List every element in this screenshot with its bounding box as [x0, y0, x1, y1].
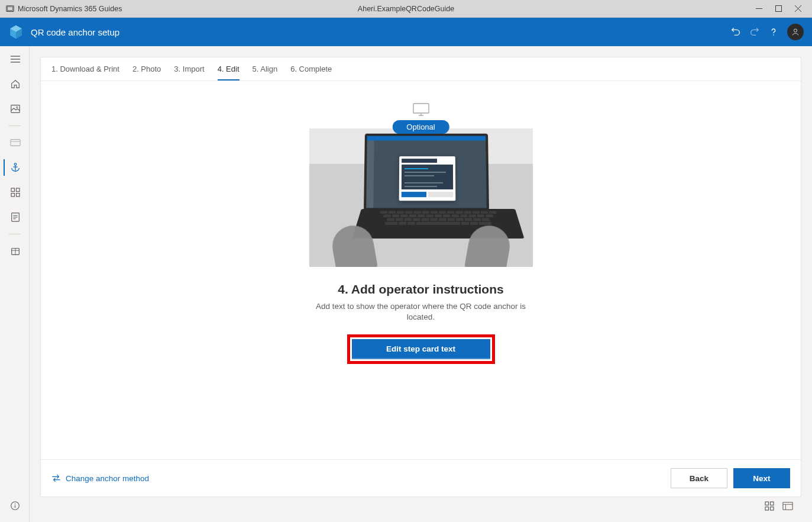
- optional-badge: Optional: [392, 120, 449, 134]
- svg-rect-30: [413, 104, 429, 113]
- tab-import[interactable]: 3. Import: [174, 65, 204, 80]
- maximize-button[interactable]: [775, 5, 782, 12]
- svg-point-15: [14, 163, 17, 166]
- app-name: Microsoft Dynamics 365 Guides: [18, 5, 122, 13]
- svg-rect-3: [776, 6, 782, 12]
- document-title: Aheri.ExampleQRCodeGuide: [358, 5, 454, 13]
- svg-rect-37: [783, 502, 792, 510]
- svg-rect-35: [765, 507, 769, 511]
- wizard-tabs: 1. Download & Print 2. Photo 3. Import 4…: [41, 57, 801, 81]
- swap-icon: [51, 474, 61, 482]
- change-anchor-label: Change anchor method: [66, 474, 149, 483]
- sidebar-info-button[interactable]: [4, 497, 26, 514]
- tab-align[interactable]: 5. Align: [253, 65, 278, 80]
- tab-complete[interactable]: 6. Complete: [290, 65, 332, 80]
- undo-button[interactable]: [730, 27, 741, 37]
- sidebar-item-task[interactable]: [4, 209, 26, 225]
- app-icon: [6, 5, 14, 13]
- redo-button[interactable]: [749, 27, 760, 37]
- view-list-button[interactable]: [782, 501, 793, 511]
- sidebar-divider: [9, 125, 21, 126]
- sidebar-item-media[interactable]: [4, 101, 26, 117]
- sidebar-item-grid[interactable]: [4, 184, 26, 201]
- svg-point-28: [15, 503, 16, 504]
- sidebar-item-package[interactable]: [4, 243, 26, 259]
- edit-step-card-button[interactable]: Edit step card text: [352, 339, 490, 359]
- help-button[interactable]: [768, 27, 779, 37]
- step-description: Add text to show the operator where the …: [315, 301, 528, 323]
- svg-rect-21: [16, 194, 20, 197]
- sidebar-collapse-button[interactable]: [4, 51, 26, 67]
- next-button[interactable]: Next: [733, 468, 790, 488]
- sidebar: [0, 46, 30, 522]
- svg-rect-13: [10, 140, 20, 146]
- step-illustration: [309, 128, 533, 267]
- svg-rect-34: [771, 502, 774, 505]
- view-grid-button[interactable]: [765, 501, 774, 511]
- svg-point-12: [16, 107, 17, 108]
- wizard-card: 1. Download & Print 2. Photo 3. Import 4…: [40, 57, 801, 497]
- tab-edit[interactable]: 4. Edit: [218, 65, 240, 80]
- change-anchor-method-link[interactable]: Change anchor method: [51, 474, 149, 483]
- svg-rect-19: [16, 188, 20, 192]
- account-button[interactable]: [787, 24, 804, 40]
- app-logo-icon: [8, 24, 24, 40]
- tab-download-print[interactable]: 1. Download & Print: [51, 65, 119, 80]
- step-title: 4. Add operator instructions: [338, 282, 503, 297]
- minimize-button[interactable]: [756, 5, 762, 12]
- window-title-bar: Microsoft Dynamics 365 Guides Aheri.Exam…: [0, 0, 812, 18]
- svg-rect-1: [8, 7, 13, 10]
- sidebar-item-card[interactable]: [4, 134, 26, 151]
- highlight-box: Edit step card text: [347, 334, 495, 364]
- sidebar-item-home[interactable]: [4, 76, 26, 92]
- svg-point-7: [794, 29, 797, 32]
- app-header: QR code anchor setup: [0, 18, 812, 46]
- sidebar-item-anchor[interactable]: [4, 159, 26, 176]
- status-bar: [40, 497, 801, 515]
- sidebar-divider: [9, 234, 21, 234]
- svg-rect-36: [771, 507, 774, 511]
- back-button[interactable]: Back: [671, 468, 727, 488]
- monitor-icon: [412, 102, 430, 118]
- tab-photo[interactable]: 2. Photo: [132, 65, 161, 80]
- svg-point-6: [773, 34, 774, 36]
- svg-rect-11: [11, 105, 19, 113]
- svg-rect-33: [765, 502, 769, 505]
- svg-rect-20: [11, 194, 15, 197]
- close-button[interactable]: [795, 5, 801, 12]
- page-title: QR code anchor setup: [31, 27, 119, 37]
- svg-rect-18: [11, 188, 15, 192]
